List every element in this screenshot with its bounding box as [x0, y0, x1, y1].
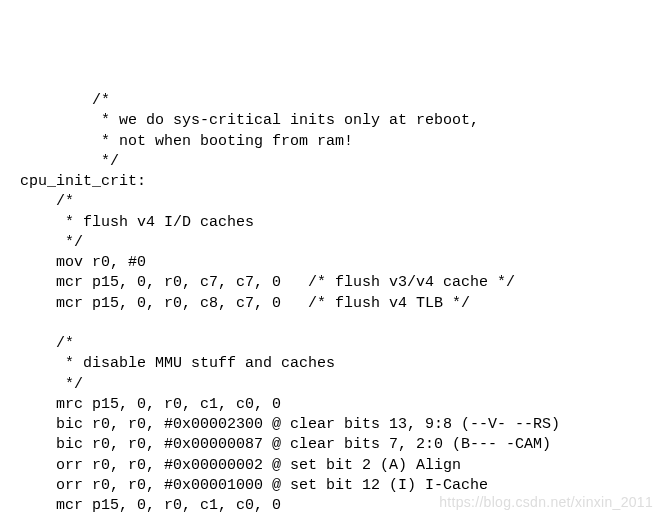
code-line: [20, 314, 651, 334]
code-line: mcr p15, 0, r0, c8, c7, 0 /* flush v4 TL…: [20, 294, 651, 314]
code-line: * we do sys-critical inits only at reboo…: [20, 111, 651, 131]
code-line: /*: [20, 192, 651, 212]
code-line: * disable MMU stuff and caches: [20, 354, 651, 374]
code-line: */: [20, 152, 651, 172]
code-line: orr r0, r0, #0x00000002 @ set bit 2 (A) …: [20, 456, 651, 476]
code-line: * flush v4 I/D caches: [20, 213, 651, 233]
code-block: /* * we do sys-critical inits only at re…: [20, 91, 651, 520]
code-line: /*: [20, 91, 651, 111]
code-line: cpu_init_crit:: [20, 172, 651, 192]
code-line: mov r0, #0: [20, 253, 651, 273]
code-line: */: [20, 233, 651, 253]
code-line: */: [20, 375, 651, 395]
code-line: [20, 516, 651, 520]
code-line: /*: [20, 334, 651, 354]
code-line: bic r0, r0, #0x00000087 @ clear bits 7, …: [20, 435, 651, 455]
code-line: * not when booting from ram!: [20, 132, 651, 152]
code-line: mcr p15, 0, r0, c7, c7, 0 /* flush v3/v4…: [20, 273, 651, 293]
watermark-text: https://blog.csdn.net/xinxin_2011: [439, 493, 653, 512]
code-line: bic r0, r0, #0x00002300 @ clear bits 13,…: [20, 415, 651, 435]
code-line: mrc p15, 0, r0, c1, c0, 0: [20, 395, 651, 415]
